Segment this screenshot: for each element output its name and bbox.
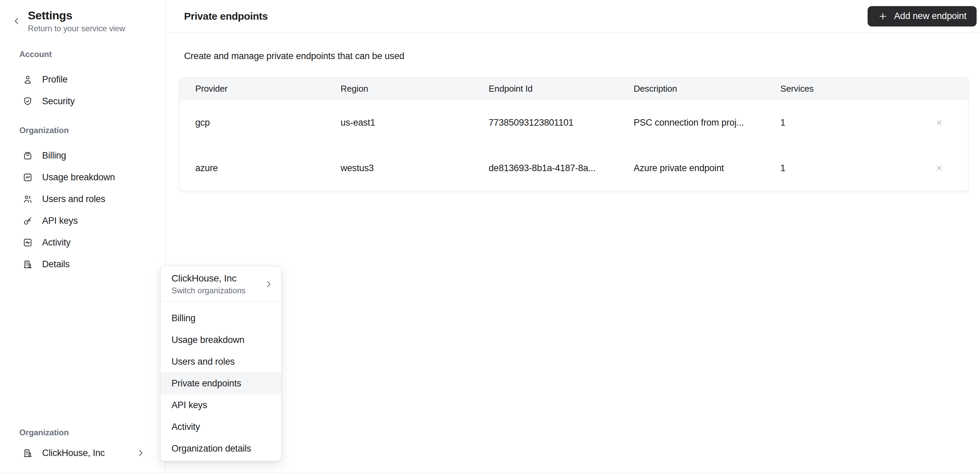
cell-provider: gcp bbox=[180, 118, 340, 128]
usage-chart-icon bbox=[22, 172, 33, 183]
section-label-account: Account bbox=[0, 49, 165, 59]
endpoints-table: Provider Region Endpoint Id Description … bbox=[179, 77, 969, 191]
column-header-description: Description bbox=[634, 84, 780, 94]
organization-dropdown-menu: ClickHouse, Inc Switch organizations Bil… bbox=[160, 266, 282, 461]
cell-endpoint-id: 77385093123801101 bbox=[488, 118, 634, 128]
cell-region: westus3 bbox=[340, 163, 488, 173]
activity-icon bbox=[22, 237, 33, 248]
table-row: azure westus3 de813693-8b1a-4187-8a... A… bbox=[180, 145, 968, 191]
cell-endpoint-id: de813693-8b1a-4187-8a... bbox=[488, 163, 634, 173]
cell-description: PSC connection from proj... bbox=[634, 118, 780, 128]
sidebar-item-label: Billing bbox=[42, 150, 66, 161]
remove-endpoint-button[interactable] bbox=[932, 115, 947, 130]
back-button[interactable] bbox=[11, 15, 22, 27]
dropdown-items: Billing Usage breakdown Users and roles … bbox=[161, 302, 281, 461]
user-icon bbox=[22, 74, 33, 85]
current-organization-name: ClickHouse, Inc bbox=[42, 448, 105, 458]
billing-icon bbox=[22, 150, 33, 161]
dropdown-org-name: ClickHouse, Inc bbox=[172, 273, 245, 284]
sidebar-item-activity[interactable]: Activity bbox=[0, 232, 165, 253]
settings-subtitle: Return to your service view bbox=[28, 24, 125, 33]
sidebar-item-label: Security bbox=[42, 96, 75, 107]
menu-item-api-keys[interactable]: API keys bbox=[161, 394, 281, 416]
app-window: Settings Return to your service view Acc… bbox=[0, 0, 980, 473]
menu-item-users-and-roles[interactable]: Users and roles bbox=[161, 351, 281, 372]
sidebar-item-label: API keys bbox=[42, 216, 78, 226]
chevron-left-icon bbox=[12, 17, 21, 25]
organization-nav: Billing Usage breakdown Users and roles … bbox=[0, 145, 165, 275]
chevron-right-icon bbox=[136, 449, 145, 457]
dropdown-org-block: ClickHouse, Inc Switch organizations bbox=[172, 273, 245, 296]
settings-title: Settings bbox=[28, 9, 125, 22]
sidebar-item-security[interactable]: Security bbox=[0, 90, 165, 112]
settings-sidebar: Settings Return to your service view Acc… bbox=[0, 0, 166, 472]
sidebar-item-users-and-roles[interactable]: Users and roles bbox=[0, 188, 165, 210]
sidebar-item-profile[interactable]: Profile bbox=[0, 68, 165, 90]
organization-selector[interactable]: ClickHouse, Inc bbox=[0, 442, 165, 464]
shield-check-icon bbox=[22, 96, 33, 107]
sidebar-item-label: Details bbox=[42, 259, 70, 270]
menu-item-usage-breakdown[interactable]: Usage breakdown bbox=[161, 329, 281, 351]
sidebar-item-label: Profile bbox=[42, 74, 68, 85]
account-nav: Profile Security bbox=[0, 68, 165, 112]
cell-description: Azure private endpoint bbox=[634, 163, 780, 173]
menu-item-organization-details[interactable]: Organization details bbox=[161, 437, 281, 460]
menu-item-private-endpoints[interactable]: Private endpoints bbox=[161, 372, 281, 394]
page-title: Private endpoints bbox=[184, 11, 268, 22]
main-header: Private endpoints Add new endpoint bbox=[166, 0, 980, 33]
column-header-endpoint-id: Endpoint Id bbox=[488, 84, 634, 94]
building-icon bbox=[22, 259, 33, 270]
sidebar-item-details[interactable]: Details bbox=[0, 253, 165, 275]
sidebar-item-api-keys[interactable]: API keys bbox=[0, 210, 165, 232]
table-row: gcp us-east1 77385093123801101 PSC conne… bbox=[180, 100, 968, 145]
sidebar-header: Settings Return to your service view bbox=[0, 0, 165, 33]
add-new-endpoint-button[interactable]: Add new endpoint bbox=[868, 6, 977, 27]
cell-services: 1 bbox=[780, 163, 910, 173]
menu-item-billing[interactable]: Billing bbox=[161, 307, 281, 329]
footer-organization-label: Organization bbox=[0, 428, 165, 437]
sidebar-item-label: Users and roles bbox=[42, 194, 105, 204]
sidebar-item-billing[interactable]: Billing bbox=[0, 145, 165, 166]
close-icon bbox=[935, 164, 943, 172]
close-icon bbox=[935, 118, 943, 127]
cell-services: 1 bbox=[780, 118, 910, 128]
building-icon bbox=[22, 448, 33, 458]
remove-endpoint-button[interactable] bbox=[932, 161, 947, 175]
section-label-organization: Organization bbox=[0, 126, 165, 135]
add-new-endpoint-label: Add new endpoint bbox=[894, 11, 966, 21]
column-header-region: Region bbox=[340, 84, 488, 94]
key-icon bbox=[22, 216, 33, 226]
column-header-provider: Provider bbox=[180, 84, 340, 94]
sidebar-item-label: Activity bbox=[42, 237, 71, 248]
page-description: Create and manage private endpoints that… bbox=[179, 51, 969, 62]
chevron-right-icon bbox=[264, 280, 273, 289]
sidebar-item-usage-breakdown[interactable]: Usage breakdown bbox=[0, 166, 165, 188]
menu-item-activity[interactable]: Activity bbox=[161, 416, 281, 437]
switch-organizations-item[interactable]: ClickHouse, Inc Switch organizations bbox=[161, 266, 281, 302]
sidebar-title-block: Settings Return to your service view bbox=[28, 9, 125, 33]
dropdown-org-subtitle: Switch organizations bbox=[172, 286, 245, 296]
sidebar-footer: Organization ClickHouse, Inc bbox=[0, 428, 165, 472]
table-header-row: Provider Region Endpoint Id Description … bbox=[180, 78, 968, 100]
sidebar-item-label: Usage breakdown bbox=[42, 172, 115, 183]
plus-icon bbox=[878, 11, 888, 21]
column-header-services: Services bbox=[780, 84, 910, 94]
main-content: Create and manage private endpoints that… bbox=[166, 33, 980, 191]
main-area: Private endpoints Add new endpoint Creat… bbox=[166, 0, 980, 472]
users-icon bbox=[22, 194, 33, 204]
cell-region: us-east1 bbox=[340, 118, 488, 128]
cell-provider: azure bbox=[180, 163, 340, 173]
